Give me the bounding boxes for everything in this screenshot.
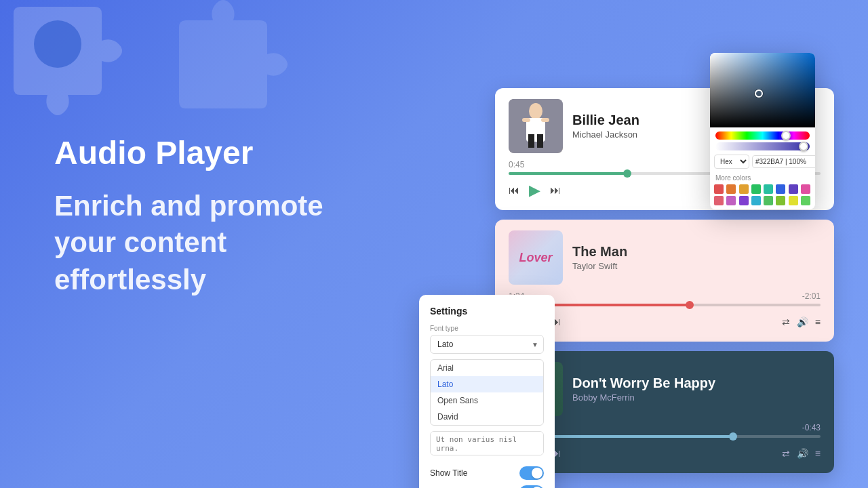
font-dropdown: Arial Lato Open Sans David [430,359,544,426]
color-swatch[interactable] [751,196,761,205]
progress-knob-1[interactable] [623,169,631,178]
progress-bar-3[interactable] [509,435,821,438]
more-colors-label: More colors [710,173,815,184]
progress-fill-1 [509,172,627,175]
alpha-slider[interactable] [715,142,810,150]
play-button-1[interactable]: ▶ [529,182,540,199]
color-format-select[interactable]: Hex RGB [714,155,749,169]
show-description-toggle[interactable] [519,485,544,488]
prev-button-1[interactable]: ⏮ [509,184,519,197]
color-swatch[interactable] [801,196,810,205]
svg-rect-4 [537,134,543,148]
color-swatch[interactable] [764,196,773,205]
font-option-david[interactable]: David [431,409,543,425]
color-swatch[interactable] [776,184,785,194]
time-row-2: 1:24 -2:01 [509,291,821,301]
svg-rect-5 [522,118,530,122]
font-preview-textarea[interactable] [430,431,544,455]
settings-panel: Settings Font type Lato ▼ Arial Lato Ope… [419,295,555,488]
color-swatches [710,184,815,209]
show-title-label: Show Title [430,468,467,478]
font-type-label: Font type [430,325,544,332]
mj-artwork [509,99,563,153]
progress-bar-2[interactable] [509,304,821,306]
color-swatch[interactable] [789,196,798,205]
controls-row-2: ⏮ ▶ ⏭ ⇄ 🔊 ≡ [509,313,821,331]
menu-button-3[interactable]: ≡ [815,448,821,459]
shuffle-button-2[interactable]: ⇄ [782,317,790,327]
puzzle-bottomright-icon [152,0,288,136]
color-swatch[interactable] [776,196,785,205]
color-swatch[interactable] [739,184,749,194]
font-select-wrapper: Lato ▼ [430,335,544,354]
track-artist-2: Taylor Swift [572,261,821,271]
color-swatch[interactable] [726,196,736,205]
time-row-3: 0:38 -0:43 [509,423,821,432]
show-description-row: Show Description [430,485,544,488]
color-swatch[interactable] [739,196,749,205]
svg-rect-3 [528,134,534,148]
volume-button-2[interactable]: 🔊 [797,317,808,327]
track-info-2: The Man Taylor Swift [572,244,821,271]
color-picker-panel: Hex RGB More colors [710,53,815,209]
remaining-time-3: -0:43 [802,423,821,432]
track-artist-3: Bobby McFerrin [572,392,821,403]
progress-knob-3[interactable] [729,432,737,441]
color-picker-cursor[interactable] [755,89,763,98]
page-subtitle: Enrich and promote your content effortle… [54,188,353,299]
color-swatch[interactable] [751,184,761,194]
hex-input[interactable] [752,155,815,168]
color-swatch[interactable] [801,184,810,194]
track-title-2: The Man [572,244,821,260]
alpha-knob[interactable] [799,142,808,151]
progress-knob-2[interactable] [686,301,694,309]
font-option-opensans[interactable]: Open Sans [431,392,543,409]
color-swatch[interactable] [714,196,724,205]
puzzle-topleft-icon [0,0,149,136]
color-swatch[interactable] [764,184,773,194]
volume-button-3[interactable]: 🔊 [797,448,808,459]
menu-button-2[interactable]: ≡ [815,317,821,327]
page-title: Audio Player [54,136,353,171]
progress-section-3: 0:38 -0:43 [509,423,821,438]
circle-decoration-topleft [34,20,81,68]
gradient-dark-overlay [710,53,815,127]
hue-slider[interactable] [715,131,810,140]
color-swatch[interactable] [714,184,724,194]
hue-knob[interactable] [781,131,791,140]
show-title-row: Show Title [430,466,544,480]
next-button-1[interactable]: ⏭ [550,184,561,197]
svg-rect-6 [541,118,549,122]
track-title-3: Don't Worry Be Happy [572,375,821,391]
left-content: Audio Player Enrich and promote your con… [54,136,353,299]
controls-row-3: ⏮ ▶ ⏭ ⇄ 🔊 ≡ [509,445,821,462]
font-option-lato[interactable]: Lato [431,376,543,392]
album-art-2: Lover [509,230,563,285]
show-title-toggle-knob [532,468,542,479]
font-type-select[interactable]: Lato [430,335,544,354]
settings-title: Settings [430,306,544,317]
color-swatch[interactable] [789,184,798,194]
color-inputs: Hex RGB [710,155,815,173]
remaining-time-2: -2:01 [802,291,821,301]
svg-point-1 [529,103,542,119]
color-swatch[interactable] [726,184,736,194]
show-title-toggle[interactable] [519,466,544,480]
color-gradient-canvas[interactable] [710,53,815,127]
current-time-1: 0:45 [509,160,524,169]
track-info-3: Don't Worry Be Happy Bobby McFerrin [572,375,821,403]
font-option-arial[interactable]: Arial [431,360,543,376]
album-art-1 [509,99,563,153]
progress-section-2: 1:24 -2:01 [509,291,821,306]
shuffle-button-3[interactable]: ⇄ [782,448,790,459]
